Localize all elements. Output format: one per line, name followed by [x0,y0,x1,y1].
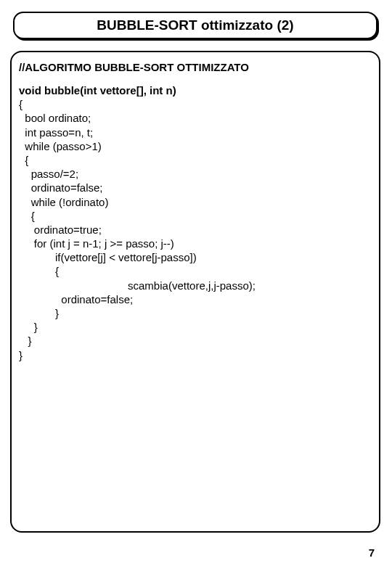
code-line: { [19,210,35,222]
content-box: //ALGORITMO BUBBLE-SORT OTTIMIZZATO void… [10,51,380,533]
code-line: for (int j = n-1; j >= passo; j--) [19,237,174,250]
code-line: void bubble(int vettore[], int n) [19,84,176,97]
code-line: { [19,154,28,166]
code-line: { [19,98,23,110]
code-line: ordinato=false; [19,181,103,194]
code-line: scambia(vettore,j,j-passo); [19,279,256,292]
code-line: } [19,321,38,333]
code-line: ordinato=false; [19,293,133,305]
code-line: if(vettore[j] < vettore[j-passo]) [19,251,197,263]
code-line: } [19,307,59,319]
algorithm-comment: //ALGORITMO BUBBLE-SORT OTTIMIZZATO [19,61,372,73]
code-line: } [19,335,32,347]
code-line: int passo=n, t; [19,126,93,139]
code-line: } [19,349,23,361]
code-line: while (!ordinato) [19,196,108,208]
code-line: while (passo>1) [19,140,102,152]
code-line: bool ordinato; [19,112,91,124]
page-number: 7 [369,546,375,559]
code-line: ordinato=true; [19,223,102,236]
code-line: passo/=2; [19,168,78,180]
code-block: void bubble(int vettore[], int n) { bool… [19,83,372,362]
slide-title-box: BUBBLE-SORT ottimizzato (2) [13,12,377,39]
code-line: { [19,265,59,277]
slide-title: BUBBLE-SORT ottimizzato (2) [97,17,293,33]
